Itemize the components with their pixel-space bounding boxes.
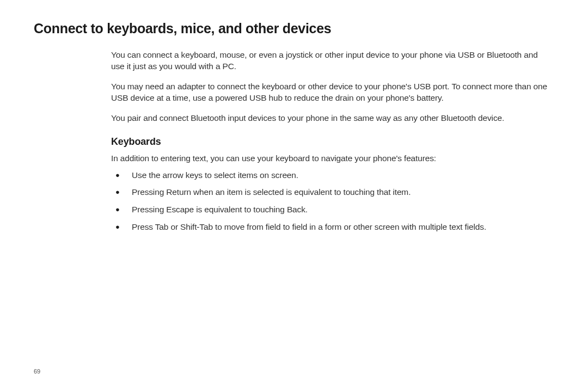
- intro-paragraph-3: You pair and connect Bluetooth input dev…: [111, 113, 550, 124]
- list-item: Pressing Return when an item is selected…: [111, 187, 550, 198]
- page-number: 69: [34, 368, 40, 375]
- intro-paragraph-2: You may need an adapter to connect the k…: [111, 81, 550, 104]
- intro-paragraph-1: You can connect a keyboard, mouse, or ev…: [111, 50, 550, 72]
- list-item: Use the arrow keys to select items on sc…: [111, 170, 550, 181]
- list-item: Pressing Escape is equivalent to touchin…: [111, 204, 550, 216]
- keyboards-subheading: Keyboards: [111, 136, 550, 148]
- keyboards-bullet-list: Use the arrow keys to select items on sc…: [111, 170, 550, 234]
- list-item: Press Tab or Shift-Tab to move from fiel…: [111, 222, 550, 233]
- keyboards-lead: In addition to entering text, you can us…: [111, 153, 550, 164]
- page-heading: Connect to keyboards, mice, and other de…: [34, 21, 554, 36]
- body-content: You can connect a keyboard, mouse, or ev…: [111, 50, 550, 233]
